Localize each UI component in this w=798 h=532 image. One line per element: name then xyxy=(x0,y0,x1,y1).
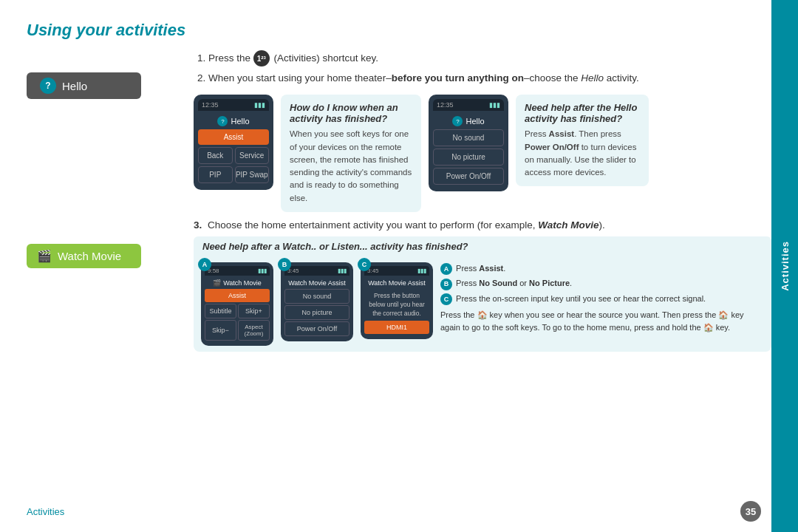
panel-a-box: 9:58 ▮▮▮ 🎬 Watch Movie Assist Subtitle S… xyxy=(201,262,273,346)
power-onoff-btn-b[interactable]: Power On/Off xyxy=(284,321,349,336)
panel-left-wrap: 12:35 ▮▮▮ ? Hello Assist Back Service xyxy=(194,95,421,212)
panel-right-label: ? Hello xyxy=(433,114,504,129)
bottom-section: Need help after a Watch.. or Listen... a… xyxy=(194,236,771,352)
film-icon: 🎬 xyxy=(37,249,52,263)
need-help-bar: Need help after a Watch.. or Listen... a… xyxy=(194,236,771,256)
badge-b: B xyxy=(278,258,291,271)
panel-b-battery: ▮▮▮ xyxy=(338,267,347,274)
panel-a-battery: ▮▮▮ xyxy=(258,267,267,274)
page-container: Using your activities ? Hello 🎬 Watch Mo… xyxy=(0,0,798,532)
pip-btn[interactable]: PIP xyxy=(198,166,233,183)
footer-page-number: 35 xyxy=(740,501,761,522)
activities-sidebar: Activities xyxy=(771,0,798,532)
help-tip-extra: Press the 🏠 key when you see or hear the… xyxy=(440,309,764,335)
subtitle-skip-row: Subtitle Skip+ xyxy=(205,304,270,318)
step3-row: 3. Choose the home entertainment activit… xyxy=(194,219,771,231)
hello-badge-label: Hello xyxy=(62,80,87,92)
step-1: Press the 1²³ (Activities) shortcut key. xyxy=(208,50,771,66)
panel-b-label: Watch Movie Assist xyxy=(284,278,349,289)
badge-a: A xyxy=(198,258,211,271)
film-icon-a: 🎬 xyxy=(213,279,221,287)
panel-right-wrap: 12:35 ▮▮▮ ? Hello No sound No picture Po… xyxy=(429,95,649,212)
panel-a-wrap: A 9:58 ▮▮▮ 🎬 Watch Movie Assist xyxy=(201,262,273,346)
tip-right: Need help after the Hello activity has f… xyxy=(516,95,649,186)
watch-movie-badge-label: Watch Movie xyxy=(58,250,121,262)
left-badges-col: ? Hello 🎬 Watch Movie xyxy=(27,50,182,352)
watch-movie-badge: 🎬 Watch Movie xyxy=(27,244,141,268)
skip-plus-btn[interactable]: Skip+ xyxy=(238,304,270,318)
hello-badge: ? Hello xyxy=(27,72,141,99)
panel-b-wrap: B 3:45 ▮▮▮ Watch Movie Assist No sound N… xyxy=(281,262,353,346)
help-tips: A Press Assist. B Press No Sound or No P… xyxy=(440,262,764,346)
footer: Activities 35 xyxy=(27,501,761,522)
panel-b-box: 3:45 ▮▮▮ Watch Movie Assist No sound No … xyxy=(281,262,353,341)
panel-right-time: 12:35 xyxy=(437,101,454,109)
circle-badge-c: C xyxy=(440,293,452,305)
panel-left-box: 12:35 ▮▮▮ ? Hello Assist Back Service xyxy=(194,95,273,190)
panel-b-label-text: Watch Movie Assist xyxy=(288,279,346,287)
tip-right-title: Need help after the Hello activity has f… xyxy=(525,102,640,124)
pip-swap-btn[interactable]: PIP Swap xyxy=(235,166,270,183)
hello-icon: ? xyxy=(40,78,56,94)
tip-left: How do I know when an activity has finis… xyxy=(281,95,421,212)
skip-aspect-row: Skip− Aspect (Zoom) xyxy=(205,320,270,341)
steps-list: Press the 1²³ (Activities) shortcut key.… xyxy=(194,50,771,86)
no-picture-btn-right[interactable]: No picture xyxy=(433,149,504,166)
help-tip-a: A Press Assist. xyxy=(440,262,764,276)
panel-c-header: 3:45 ▮▮▮ xyxy=(364,266,429,276)
bottom-inner: A 9:58 ▮▮▮ 🎬 Watch Movie Assist xyxy=(194,256,771,352)
aspect-zoom-btn[interactable]: Aspect (Zoom) xyxy=(238,320,270,341)
panel-c-label: Watch Movie Assist xyxy=(364,278,429,289)
circle-badge-a: A xyxy=(440,263,452,275)
no-sound-btn-right[interactable]: No sound xyxy=(433,129,504,146)
panel-c-label-text: Watch Movie Assist xyxy=(368,279,426,287)
page-title: Using your activities xyxy=(27,21,771,40)
panel-right-header: 12:35 ▮▮▮ xyxy=(433,99,504,111)
device-panels-top: 12:35 ▮▮▮ ? Hello Assist Back Service xyxy=(194,95,771,212)
panel-right-box: 12:35 ▮▮▮ ? Hello No sound No picture Po… xyxy=(429,95,508,191)
panel-c-body: Press the button below until you hear th… xyxy=(364,289,429,321)
service-btn[interactable]: Service xyxy=(235,147,270,164)
tip-right-body: Press Assist. Then press Power On/Off to… xyxy=(525,128,640,179)
tip-left-body: When you see soft keys for one of your d… xyxy=(290,128,412,205)
no-sound-btn-b[interactable]: No sound xyxy=(284,289,349,304)
panel-a-label-text: Watch Movie xyxy=(223,279,262,287)
hdmi1-btn[interactable]: HDMI1 xyxy=(364,321,429,334)
panel-a-header: 9:58 ▮▮▮ xyxy=(205,266,270,276)
no-picture-btn-b[interactable]: No picture xyxy=(284,305,349,320)
assist-btn-left[interactable]: Assist xyxy=(198,129,269,145)
help-tip-b: B Press No Sound or No Picture. xyxy=(440,277,764,290)
panel-c-wrap: C 3:45 ▮▮▮ Watch Movie Assist Press the … xyxy=(361,262,433,346)
panel-c-box: 3:45 ▮▮▮ Watch Movie Assist Press the bu… xyxy=(361,262,433,340)
panel-left-icon: ? xyxy=(217,116,228,126)
panel-b-header: 3:45 ▮▮▮ xyxy=(284,266,349,276)
panel-left-header: 12:35 ▮▮▮ xyxy=(198,99,269,111)
tip-left-title: How do I know when an activity has finis… xyxy=(290,102,412,124)
panel-c-battery: ▮▮▮ xyxy=(417,267,426,274)
panel-left-label: ? Hello xyxy=(198,114,269,129)
subtitle-btn[interactable]: Subtitle xyxy=(205,304,236,318)
help-tip-c: C Press the on-screen input key until yo… xyxy=(440,293,764,306)
circle-badge-b: B xyxy=(440,279,452,290)
step-2: When you start using your home theater–b… xyxy=(208,71,771,86)
skip-minus-btn[interactable]: Skip− xyxy=(205,320,236,341)
shortcut-icon: 1²³ xyxy=(253,50,270,66)
footer-activities-label: Activities xyxy=(27,506,64,517)
panel-left-battery: ▮▮▮ xyxy=(254,101,265,109)
panel-right-icon: ? xyxy=(452,116,463,126)
panel-right-battery: ▮▮▮ xyxy=(489,101,500,109)
power-onoff-btn-right[interactable]: Power On/Off xyxy=(433,168,504,185)
back-btn[interactable]: Back xyxy=(198,147,233,164)
back-service-row: Back Service xyxy=(198,147,269,164)
activities-sidebar-label: Activities xyxy=(780,241,791,291)
panel-left-time: 12:35 xyxy=(202,101,219,109)
badge-c: C xyxy=(358,258,371,271)
assist-btn-a[interactable]: Assist xyxy=(205,289,270,302)
step-3: 3. Choose the home entertainment activit… xyxy=(194,219,605,231)
panel-a-label: 🎬 Watch Movie xyxy=(205,278,270,289)
right-steps-col: Press the 1²³ (Activities) shortcut key.… xyxy=(182,50,771,352)
pip-row: PIP PIP Swap xyxy=(198,166,269,183)
